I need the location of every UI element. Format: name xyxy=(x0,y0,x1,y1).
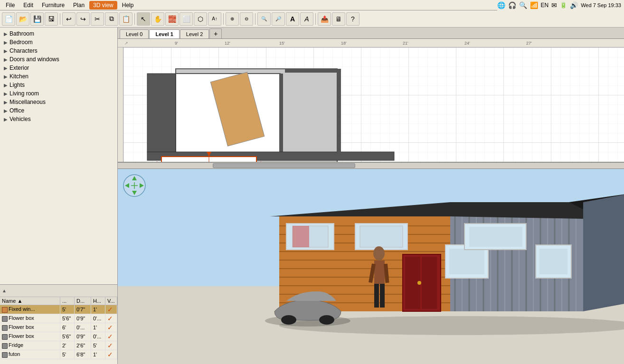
cell-extra: 2' xyxy=(60,341,75,350)
cell-height: 0'... xyxy=(91,314,105,323)
sidebar: ▶ Bathroom ▶ Bedroom ▶ Characters ▶ Door… xyxy=(0,28,118,364)
sidebar-item-living-room[interactable]: ▶ Living room xyxy=(0,89,117,98)
window-right-of-door-inner xyxy=(449,249,484,274)
ruler-24ft: 24' xyxy=(464,41,470,46)
col-visible[interactable]: V... xyxy=(105,297,117,305)
keyboard-icon: EN xyxy=(541,2,549,9)
scrollbar-thumb-fp[interactable] xyxy=(213,163,355,168)
export-button[interactable]: 📤 xyxy=(318,12,331,26)
tab-add-button[interactable]: + xyxy=(209,28,222,38)
sidebar-item-bedroom[interactable]: ▶ Bedroom xyxy=(0,38,117,47)
separator-1 xyxy=(60,13,60,25)
furniture-list-scroll[interactable]: Name ▲ ... D... H... V... Fixed win... 5… xyxy=(0,297,117,364)
sidebar-label-lights: Lights xyxy=(9,82,25,88)
table-row[interactable]: Flower box 5'6" 0'9" 0'... ✓ xyxy=(0,332,117,341)
sidebar-item-bathroom[interactable]: ▶ Bathroom xyxy=(0,29,117,38)
paste-button[interactable]: 📋 xyxy=(119,12,132,26)
cell-visible: ✓ xyxy=(105,341,117,350)
chrome-icon: 🌐 xyxy=(497,1,505,9)
sidebar-label-vehicles: Vehicles xyxy=(9,116,31,122)
ruler-21ft: 21' xyxy=(403,41,408,46)
person-head xyxy=(373,246,385,261)
text-a-button[interactable]: A xyxy=(286,12,299,26)
cell-name: Flower box xyxy=(0,314,60,323)
3d-view[interactable] xyxy=(118,169,624,364)
table-row[interactable]: Flower box 6' 0'... 1' ✓ xyxy=(0,323,117,332)
help-button[interactable]: ? xyxy=(346,12,359,26)
col-extra[interactable]: ... xyxy=(60,297,75,305)
tab-level0[interactable]: Level 0 xyxy=(120,29,149,38)
undo-button[interactable]: ↩ xyxy=(62,12,76,26)
tab-level1[interactable]: Level 1 xyxy=(149,29,179,38)
person-leg-right xyxy=(380,284,385,308)
cell-height: 1' xyxy=(91,305,105,314)
person-leg-left xyxy=(374,284,379,308)
sidebar-item-kitchen[interactable]: ▶ Kitchen xyxy=(0,72,117,81)
wall-right-vert xyxy=(337,69,341,159)
cut-button[interactable]: ✂ xyxy=(91,12,104,26)
cell-visible: ✓ xyxy=(105,350,117,359)
new-button[interactable]: 📄 xyxy=(2,12,15,26)
zoom-out-button[interactable]: ⊖ xyxy=(240,12,253,26)
sidebar-item-lights[interactable]: ▶ Lights xyxy=(0,81,117,89)
col-name[interactable]: Name ▲ xyxy=(0,297,60,305)
sidebar-item-characters[interactable]: ▶ Characters xyxy=(0,47,117,55)
pan-button[interactable]: ✋ xyxy=(151,12,164,26)
table-row[interactable]: Fridge 2' 2'6" 5' ✓ xyxy=(0,341,117,350)
menu-3dview[interactable]: 3D view xyxy=(89,1,117,9)
sidebar-label-living-room: Living room xyxy=(9,90,39,97)
sidebar-item-miscellaneous[interactable]: ▶ Miscellaneous xyxy=(0,98,117,106)
cell-name: futon xyxy=(0,350,60,359)
text-a2-button[interactable]: A xyxy=(300,12,313,26)
navigation-widget[interactable] xyxy=(123,174,146,197)
menu-furniture[interactable]: Furniture xyxy=(38,1,68,9)
menu-file[interactable]: File xyxy=(2,1,19,9)
zoom-select-button[interactable]: 🔎 xyxy=(272,12,285,26)
sidebar-label-bedroom: Bedroom xyxy=(9,39,33,46)
person-torso xyxy=(374,261,385,284)
sidebar-item-exterior[interactable]: ▶ Exterior xyxy=(0,64,117,72)
create-walls-button[interactable]: 🧱 xyxy=(165,12,179,26)
text-size-button[interactable]: A↑ xyxy=(208,12,221,26)
create-rooms-button[interactable]: ⬜ xyxy=(180,12,193,26)
view3d-button[interactable]: 🖥 xyxy=(332,12,345,26)
col-height[interactable]: H... xyxy=(91,297,105,305)
wall-left-stub xyxy=(147,74,176,152)
ruler-27ft: 27' xyxy=(526,41,532,46)
sidebar-label-bathroom: Bathroom xyxy=(9,30,34,37)
table-row[interactable]: Flower box 5'6" 0'9" 0'... ✓ xyxy=(0,314,117,323)
expand-arrow: ▶ xyxy=(4,31,8,37)
table-row[interactable]: futon 5' 6'8" 1' ✓ xyxy=(0,350,117,359)
zoom-in-button[interactable]: ⊕ xyxy=(226,12,239,26)
menu-plan[interactable]: Plan xyxy=(69,1,88,9)
menu-edit[interactable]: Edit xyxy=(19,1,37,9)
create-poly-button[interactable]: ⬡ xyxy=(194,12,207,26)
cell-visible: ✓ xyxy=(105,305,117,314)
redo-button[interactable]: ↪ xyxy=(76,12,90,26)
sidebar-label-exterior: Exterior xyxy=(9,65,29,71)
sidebar-item-office[interactable]: ▶ Office xyxy=(0,106,117,115)
zoom-fit-button[interactable]: 🔍 xyxy=(257,12,271,26)
door-panel-right xyxy=(422,257,437,309)
save2-button[interactable]: 🖫 xyxy=(45,12,58,26)
menu-help[interactable]: Help xyxy=(118,1,138,9)
sidebar-item-vehicles[interactable]: ▶ Vehicles xyxy=(0,115,117,123)
table-row[interactable]: Fixed win... 5' 0'7" 1' ✓ xyxy=(0,305,117,314)
open-button[interactable]: 📂 xyxy=(16,12,29,26)
cell-depth: 0'7" xyxy=(75,305,91,314)
toolbar: 📄 📂 💾 🖫 ↩ ↪ ✂ ⧉ 📋 ↖ ✋ 🧱 ⬜ ⬡ A↑ ⊕ ⊖ 🔍 🔎 A… xyxy=(0,10,624,28)
expand-arrow: ▶ xyxy=(4,74,8,79)
copy-button[interactable]: ⧉ xyxy=(105,12,118,26)
expand-arrow: ▶ xyxy=(4,91,8,96)
floorplan-scrollbar[interactable] xyxy=(118,162,624,169)
save-button[interactable]: 💾 xyxy=(30,12,44,26)
expand-arrow: ▶ xyxy=(4,117,8,122)
car-wheel-right xyxy=(319,315,334,325)
floor-plan-view[interactable]: 8' ↗ 9' 12' 15' 18' 21' 24' 27' xyxy=(118,39,624,162)
expand-arrow: ▶ xyxy=(4,83,8,88)
systray: 🌐 🎧 🔍 📶 EN ✉ 🔋 🔊 Wed 7 Sep 19:33 xyxy=(497,0,624,10)
tab-level2[interactable]: Level 2 xyxy=(180,29,209,38)
sidebar-item-doors-windows[interactable]: ▶ Doors and windows xyxy=(0,55,117,64)
select-button[interactable]: ↖ xyxy=(137,12,150,26)
col-depth[interactable]: D... xyxy=(75,297,91,305)
